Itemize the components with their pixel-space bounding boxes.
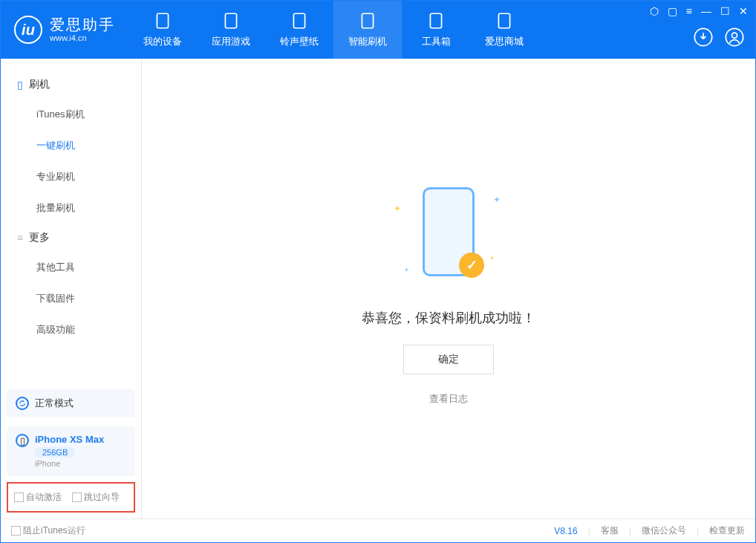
tab-3[interactable]: 智能刷机 [333, 1, 402, 59]
sidebar-item[interactable]: 下载固件 [1, 283, 141, 314]
view-log-link[interactable]: 查看日志 [429, 392, 468, 406]
brand-logo-icon: iu [14, 16, 42, 44]
close-icon[interactable]: ✕ [739, 5, 748, 17]
tab-icon [426, 11, 446, 30]
menu-icon[interactable]: ≡ [686, 5, 692, 17]
sidebar: ▯ 刷机 iTunes刷机一键刷机专业刷机批量刷机 ≡ 更多 其他工具下载固件高… [1, 59, 142, 518]
svg-rect-3 [362, 13, 373, 28]
check-update-link[interactable]: 检查更新 [709, 524, 745, 537]
tab-2[interactable]: 铃声壁纸 [265, 1, 333, 59]
tab-label: 应用游戏 [212, 35, 250, 48]
tab-icon [153, 11, 172, 30]
block-itunes-checkbox[interactable]: 阻止iTunes运行 [11, 524, 85, 537]
header: iu 爱思助手 www.i4.cn 我的设备应用游戏铃声壁纸智能刷机工具箱爱思商… [1, 1, 755, 59]
header-tabs: 我的设备应用游戏铃声壁纸智能刷机工具箱爱思商城 [128, 1, 538, 59]
svg-point-8 [732, 33, 737, 38]
main-content: ✦ ✦ ✦ ✦ ✓ 恭喜您，保资料刷机成功啦！ 确定 查看日志 [142, 59, 755, 518]
maximize-icon[interactable]: ☐ [720, 5, 730, 17]
download-icon[interactable] [693, 27, 714, 50]
user-icon[interactable] [724, 27, 745, 50]
svg-rect-1 [225, 13, 236, 28]
tab-0[interactable]: 我的设备 [128, 1, 197, 59]
svg-point-7 [726, 28, 743, 45]
tab-label: 我的设备 [143, 35, 182, 48]
sidebar-item[interactable]: 一键刷机 [1, 130, 141, 161]
tab-icon [358, 11, 377, 30]
minimize-icon[interactable]: ― [701, 5, 711, 17]
sidebar-item[interactable]: 其他工具 [1, 252, 141, 283]
brand: iu 爱思助手 www.i4.cn [1, 1, 128, 59]
svg-rect-5 [498, 13, 509, 28]
window-controls: ⬡ ▢ ≡ ― ☐ ✕ [650, 5, 748, 17]
tab-icon [495, 11, 514, 30]
shirt-icon[interactable]: ⬡ [650, 5, 659, 17]
device-storage-badge: 256GB [35, 447, 75, 458]
version-text: V8.16 [554, 526, 577, 536]
lock-icon[interactable]: ▢ [668, 5, 677, 17]
sidebar-section-label: 更多 [29, 231, 50, 244]
tab-icon [290, 11, 309, 30]
sidebar-item[interactable]: iTunes刷机 [1, 99, 141, 130]
tab-4[interactable]: 工具箱 [402, 1, 470, 59]
svg-rect-4 [430, 13, 441, 28]
refresh-icon [16, 397, 29, 410]
tab-label: 铃声壁纸 [280, 35, 319, 48]
list-icon: ≡ [17, 232, 23, 244]
svg-rect-2 [293, 13, 304, 28]
svg-rect-0 [157, 13, 168, 28]
device-icon: ▯ [17, 79, 23, 91]
sidebar-footer-highlighted: 自动激活 跳过向导 [7, 482, 135, 513]
header-right-icons [693, 27, 745, 50]
device-card[interactable]: ▯ iPhone XS Max 256GB iPhone [7, 426, 135, 476]
tab-label: 工具箱 [422, 35, 451, 48]
support-link[interactable]: 客服 [601, 524, 619, 537]
success-illustration: ✦ ✦ ✦ ✦ ✓ [389, 172, 508, 291]
device-type: iPhone [35, 459, 60, 468]
sidebar-section-flash: ▯ 刷机 [1, 71, 141, 99]
mode-label: 正常模式 [35, 397, 74, 410]
check-badge-icon: ✓ [459, 253, 484, 278]
mode-card[interactable]: 正常模式 [7, 389, 135, 417]
confirm-button[interactable]: 确定 [403, 345, 494, 374]
success-message: 恭喜您，保资料刷机成功啦！ [362, 309, 535, 327]
body: ▯ 刷机 iTunes刷机一键刷机专业刷机批量刷机 ≡ 更多 其他工具下载固件高… [1, 59, 755, 518]
tab-label: 智能刷机 [348, 35, 387, 48]
tab-5[interactable]: 爱思商城 [470, 1, 538, 59]
sidebar-item[interactable]: 专业刷机 [1, 161, 141, 192]
auto-activate-checkbox[interactable]: 自动激活 [14, 491, 62, 504]
sidebar-item[interactable]: 批量刷机 [1, 192, 141, 224]
brand-title: 爱思助手 [50, 16, 115, 33]
phone-icon: ▯ [16, 434, 29, 447]
sidebar-section-label: 刷机 [29, 78, 50, 91]
tab-1[interactable]: 应用游戏 [197, 1, 265, 59]
sidebar-item[interactable]: 高级功能 [1, 314, 141, 345]
status-bar: 阻止iTunes运行 V8.16 | 客服 | 微信公众号 | 检查更新 [1, 518, 755, 542]
app-window: iu 爱思助手 www.i4.cn 我的设备应用游戏铃声壁纸智能刷机工具箱爱思商… [0, 0, 756, 543]
wechat-link[interactable]: 微信公众号 [642, 524, 686, 537]
sidebar-section-more: ≡ 更多 [1, 224, 141, 252]
tab-icon [221, 11, 241, 30]
skip-guide-checkbox[interactable]: 跳过向导 [72, 491, 120, 504]
brand-subtitle: www.i4.cn [50, 33, 115, 43]
tab-label: 爱思商城 [485, 35, 524, 48]
device-name: iPhone XS Max [35, 434, 104, 445]
